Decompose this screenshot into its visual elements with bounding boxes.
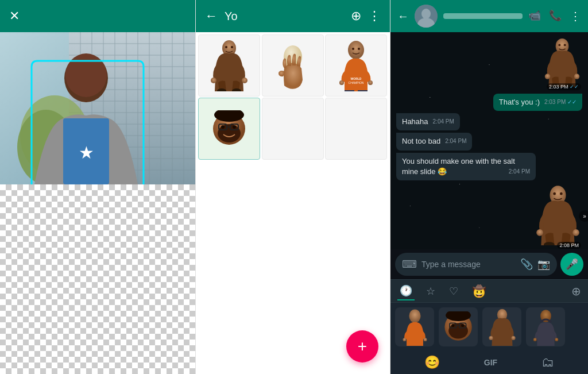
svg-text:★: ★ (79, 143, 94, 162)
sticker-pack-icon[interactable]: 🗂 (541, 355, 554, 370)
tray-tab-recent[interactable]: 🕐 (397, 282, 415, 300)
message-input-box[interactable]: ⌨ Type a message 📎 📷 (395, 253, 557, 276)
attach-icon[interactable]: 📎 (520, 258, 533, 271)
close-icon[interactable]: ✕ (9, 9, 20, 24)
svg-point-62 (564, 44, 566, 46)
transparent-canvas-area (0, 184, 195, 374)
message-input-placeholder[interactable]: Type a message (421, 260, 516, 269)
svg-point-74 (423, 338, 427, 341)
tray-sticker-hoodie (530, 309, 562, 346)
svg-point-46 (358, 48, 360, 50)
whatsapp-share-icon[interactable]: ⊕ (351, 9, 361, 24)
keyboard-icon[interactable]: ⌨ (402, 258, 417, 271)
tray-sticker-2[interactable] (439, 307, 478, 346)
svg-point-68 (553, 192, 556, 195)
sticker-item-5[interactable] (262, 98, 324, 160)
svg-point-72 (409, 309, 420, 322)
chat-back-icon[interactable]: ← (397, 10, 409, 23)
sticker-face-only (211, 110, 248, 148)
svg-point-52 (221, 125, 225, 129)
sticker-figure-big-chat (533, 185, 582, 245)
tray-tab-yo-pack[interactable]: 🤠 (470, 282, 489, 300)
sticker-figure-bigsuit (209, 40, 249, 91)
sticker-container-big: 2:08 PM » (533, 185, 582, 248)
message-bubble-in: Hahaha 2:04 PM (396, 113, 460, 130)
message-text: That's you :) (499, 98, 540, 106)
svg-point-33 (225, 46, 227, 48)
svg-point-73 (403, 338, 406, 341)
sticker-figure-chat-top (542, 38, 582, 87)
svg-point-45 (352, 48, 354, 50)
svg-text:WORLD: WORLD (351, 77, 362, 80)
tray-sticker-4[interactable] (526, 307, 565, 346)
svg-point-69 (560, 192, 563, 195)
svg-point-87 (533, 338, 536, 341)
chat-more-icon[interactable]: ⋮ (570, 9, 581, 23)
sticker-person-orange-shirt: WORLD CHAMPION (336, 40, 376, 91)
sticker-item-6[interactable] (325, 98, 387, 160)
message-row-not-too-bad: Not too bad 2:04 PM (396, 133, 582, 150)
mic-icon: 🎤 (566, 258, 578, 271)
svg-text:CHAMPION: CHAMPION (349, 81, 364, 84)
tray-tab-heart[interactable]: ♡ (447, 283, 461, 300)
message-text-2: Not too bad (402, 137, 440, 145)
svg-point-27 (65, 53, 107, 97)
svg-point-61 (558, 44, 560, 46)
svg-point-60 (574, 74, 579, 79)
svg-point-41 (339, 80, 344, 85)
message-text-salt-mine: You should make one with the salt mine s… (402, 157, 515, 176)
chat-panel: ← 📹 📞 ⋮ (390, 0, 588, 374)
person-photo: ★ (0, 32, 195, 184)
message-time: 2:03 PM ✓✓ (544, 98, 577, 106)
chat-header: ← 📹 📞 ⋮ (390, 0, 588, 32)
outgoing-sticker-big: 2:08 PM » (396, 185, 582, 248)
back-icon[interactable]: ← (205, 9, 218, 24)
svg-point-59 (545, 74, 550, 79)
sticker-time-top: 2:03 PM ✓✓ (547, 83, 581, 90)
sticker-item-2[interactable] (262, 34, 324, 97)
stickers-header: ← Yo ⊕ ⋮ (196, 0, 390, 32)
svg-point-31 (211, 78, 216, 83)
outgoing-sticker-top: 2:03 PM ✓✓ (396, 38, 582, 89)
chat-messages-area: 2:03 PM ✓✓ That's you :) 2:03 PM ✓✓ Haha… (390, 32, 588, 249)
camera-icon[interactable]: 📷 (537, 258, 550, 271)
chat-header-actions: 📹 📞 ⋮ (528, 9, 581, 23)
voice-call-icon[interactable]: 📞 (549, 9, 562, 23)
emoji-icon[interactable]: 😊 (424, 355, 440, 370)
editor-header: ✕ (0, 0, 195, 32)
sticker-item-4[interactable] (198, 98, 260, 160)
image-editor-panel: ✕ (0, 0, 195, 374)
sticker-hand-egg (273, 40, 313, 91)
svg-point-85 (511, 336, 515, 340)
message-bubble-out: That's you :) 2:03 PM ✓✓ (493, 94, 582, 111)
mic-button[interactable]: 🎤 (560, 253, 583, 276)
svg-rect-44 (358, 90, 368, 91)
pack-title: Yo (225, 10, 344, 23)
sticker-tray-tabs: 🕐 ☆ ♡ 🤠 ⊕ (390, 280, 588, 303)
add-sticker-button[interactable]: + (346, 330, 378, 363)
tray-sticker-1[interactable] (395, 307, 434, 346)
svg-point-53 (233, 125, 236, 129)
video-call-icon[interactable]: 📹 (528, 9, 541, 23)
more-options-icon[interactable]: ⋮ (368, 9, 381, 24)
sticker-tray-bottom: 😊 GIF 🗂 (390, 351, 588, 374)
message-bubble-in-2: Not too bad 2:04 PM (396, 133, 472, 150)
gif-icon[interactable]: GIF (484, 358, 497, 367)
editor-photo-area: ★ (0, 32, 195, 374)
sticker-item-1[interactable] (198, 34, 260, 97)
contact-avatar[interactable] (415, 5, 438, 28)
tray-add-icon[interactable]: ⊕ (571, 284, 581, 298)
message-time: 2:04 PM (433, 118, 454, 126)
sticker-item-3[interactable]: WORLD CHAMPION (325, 34, 387, 97)
svg-point-84 (489, 336, 493, 340)
sticker-tray: 🕐 ☆ ♡ 🤠 ⊕ (390, 279, 588, 374)
tray-stickers-row (390, 303, 588, 351)
svg-point-34 (231, 46, 233, 48)
svg-point-67 (572, 229, 579, 236)
tray-sticker-3[interactable] (482, 307, 521, 346)
message-time-salt-mine: 2:04 PM (509, 168, 530, 176)
contact-name-bar (443, 13, 523, 19)
svg-point-66 (536, 229, 543, 236)
tray-tab-starred[interactable]: ☆ (424, 283, 438, 300)
forward-sticker-icon[interactable]: » (579, 210, 588, 222)
